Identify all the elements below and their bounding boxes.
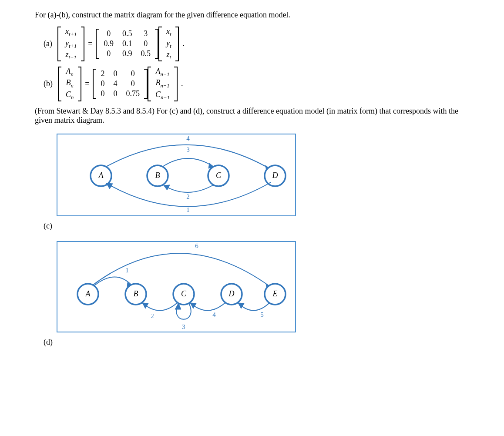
- svg-marker-12: [164, 185, 170, 190]
- equals-sign: =: [85, 79, 89, 88]
- part-d-label: (d): [44, 338, 470, 347]
- equation-a: (a) xt+1 yt+1 zt+1 = 0 0.5 3 0.9 0.: [44, 27, 470, 61]
- document-page: For (a)-(b), construct the matrix diagra…: [0, 0, 470, 347]
- b-coef-matrix: 2 0 0 0 4 0 0 0 0.75: [93, 69, 148, 99]
- second-text: (From Stewart & Day 8.5.3 and 8.5.4) For…: [35, 107, 470, 125]
- svg-text:D: D: [272, 171, 278, 180]
- a-coef-matrix: 0 0.5 3 0.9 0.1 0 0 0.9 0.5: [96, 29, 158, 59]
- svg-text:4: 4: [212, 311, 216, 318]
- svg-text:4: 4: [186, 135, 190, 142]
- svg-text:6: 6: [195, 242, 198, 249]
- svg-text:B: B: [134, 289, 138, 298]
- svg-text:5: 5: [260, 311, 264, 318]
- period: .: [181, 79, 183, 88]
- part-a-label: (a): [44, 39, 52, 48]
- svg-text:B: B: [155, 171, 160, 180]
- svg-text:1: 1: [125, 267, 129, 274]
- period: .: [182, 39, 185, 48]
- svg-text:1: 1: [186, 206, 190, 213]
- svg-text:2: 2: [151, 312, 154, 319]
- equation-b: (b) An Bn Cn = 2 0 0 0 4: [44, 67, 470, 101]
- svg-text:3: 3: [182, 323, 185, 330]
- part-b-label: (b): [44, 79, 53, 88]
- b-rhs-vector: An−1 Bn−1 Cn−1: [148, 67, 178, 101]
- svg-marker-34: [190, 303, 196, 309]
- svg-marker-36: [238, 303, 244, 309]
- a-rhs-vector: xt yt zt: [158, 27, 179, 61]
- svg-text:2: 2: [186, 193, 190, 200]
- equals-sign: =: [88, 39, 92, 48]
- svg-marker-30: [142, 303, 148, 309]
- svg-text:C: C: [181, 289, 187, 298]
- svg-text:3: 3: [186, 146, 190, 153]
- svg-text:C: C: [216, 171, 222, 180]
- svg-text:A: A: [85, 289, 91, 298]
- a-lhs-vector: xt+1 yt+1 zt+1: [57, 27, 84, 61]
- b-lhs-vector: An Bn Cn: [58, 67, 81, 101]
- svg-text:D: D: [228, 289, 235, 298]
- part-c-label: (c): [44, 221, 470, 231]
- diagram-c: 4 3 A B C D 2 1: [57, 134, 296, 216]
- intro-text: For (a)-(b), construct the matrix diagra…: [35, 10, 470, 20]
- svg-text:E: E: [272, 289, 278, 298]
- svg-text:A: A: [98, 171, 104, 180]
- diagram-d: 6 1 A B C D E 2 3: [57, 241, 296, 332]
